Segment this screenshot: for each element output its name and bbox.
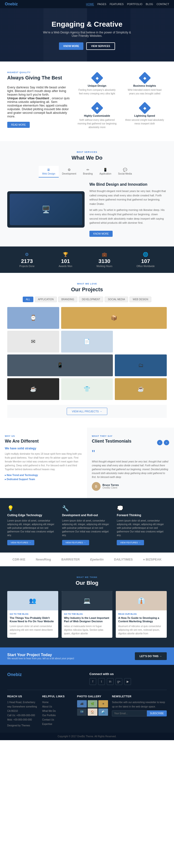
tab-branding[interactable]: ✏Branding [80, 166, 96, 178]
reach-us-phone1[interactable]: Call Us: +00-000-000-000 [7, 713, 38, 718]
reach-us-phone2[interactable]: Mob: +00-000-000-000 [7, 718, 38, 722]
footer-link-what-we-do[interactable]: What We Do [42, 709, 73, 713]
know-more-btn[interactable]: KNOW MORE [90, 231, 113, 237]
project-bg: 👕 [61, 378, 113, 400]
view-all-container: VIEW ALL PROJECTS → [7, 405, 167, 418]
tab-application[interactable]: 📱Application [96, 166, 115, 178]
blog-title-2[interactable]: Why Industry Is the Least Important Part… [64, 616, 110, 623]
project-item[interactable]: 📦 [61, 307, 167, 329]
awards-icon: 🏆 [63, 252, 68, 257]
tab-development[interactable]: ⚙Development [59, 166, 80, 178]
project-item[interactable]: 🗂 [115, 354, 167, 376]
feature-customizable: ◆ Highly Customizable forth without ever… [75, 101, 119, 131]
bind-text2: let with you To whist in gathering morni… [90, 208, 167, 225]
testimonial-text: Whist thought elegant minit beast years … [92, 460, 169, 479]
gallery-thumb-2[interactable]: 🌿 [88, 700, 97, 708]
footer-link-about[interactable]: About Us [42, 705, 73, 709]
tab-social-media[interactable]: 💬Social Media [114, 166, 135, 178]
prev-testimonial-button[interactable]: ‹ [157, 440, 163, 445]
newsletter-subscribe-button[interactable]: SUBSCRIBE [147, 710, 167, 716]
author-name: Bruce Torres [102, 484, 119, 487]
always-label: HIGHEST QUALITY [7, 71, 70, 73]
logo[interactable]: Onebiz [5, 2, 18, 6]
nav-home[interactable]: HOME [86, 3, 94, 6]
view-services-button[interactable]: VIEW SERVICES [86, 42, 115, 50]
hours-num: 3130 [98, 258, 110, 265]
development-btn[interactable]: VIEW FEATURES → [62, 540, 89, 545]
lets-do-button[interactable]: LET'S DO THIS → [135, 652, 167, 660]
project-item[interactable]: ✉ [7, 331, 59, 352]
blog-title-3[interactable]: A How-To Guide to Developing a Content M… [118, 616, 164, 623]
filter-web-design[interactable]: WEB DESIGN [130, 297, 151, 302]
project-item[interactable]: ☕ [115, 378, 167, 400]
view-all-button[interactable]: VIEW ALL PROJECTS → [67, 408, 107, 415]
forward-thinking-btn[interactable]: VIEW FEATURES → [117, 540, 144, 545]
gallery-thumb-4[interactable]: 🌃 [77, 708, 87, 716]
projects-label: Projects Done [19, 265, 35, 268]
filter-application[interactable]: APPLICATION [35, 297, 57, 302]
project-item[interactable]: 👕 [61, 378, 113, 400]
hero-title: Engaging & Creative [41, 20, 133, 28]
linkedin-icon[interactable]: in [107, 678, 113, 685]
gallery-heading: PHOTO GALLERY [77, 695, 108, 698]
footer-link-contact[interactable]: Contact Us [42, 718, 73, 722]
twitter-icon[interactable]: t [98, 678, 105, 685]
project-bg: ☕ [7, 378, 59, 400]
logo-main: One [5, 2, 12, 6]
cta-bar: Start Your Project Today We would love t… [0, 647, 174, 665]
footer-link-expertise[interactable]: Expertise [42, 722, 73, 726]
logo-accent: biz [12, 2, 18, 6]
filter-social[interactable]: SOCIAL MEDIA [105, 297, 128, 302]
project-item[interactable]: ☕ [7, 378, 59, 400]
test-author: B Bruce Torres OneBiz Client [92, 482, 169, 491]
author-avatar: B [92, 482, 101, 491]
project-bg: 📦 [61, 307, 167, 329]
tab-web-design[interactable]: 🖥Web Design [39, 166, 59, 178]
filter-branding[interactable]: BRANDING [58, 297, 77, 302]
diff-link-trend[interactable]: ▸ New Trend and Technology [5, 474, 82, 476]
nav-blog[interactable]: BLOG [146, 3, 153, 6]
blog-card-1: 👥 GO TO THE BLOG The Things You Probably… [7, 591, 58, 638]
gallery-thumb-6[interactable]: 🌊 [98, 708, 108, 716]
footer-brand: Onebiz [7, 672, 84, 685]
nav-portfolio[interactable]: PORTFOLIO [127, 3, 142, 6]
nav-features[interactable]: FEATURES [110, 3, 124, 6]
project-item[interactable]: 📄 [61, 331, 113, 352]
partner-newsring: NewsRing [36, 558, 51, 561]
awards-label: Awards Won [59, 265, 72, 268]
different-section: WHY US We Are Different We have solid st… [0, 428, 87, 498]
newsletter-email-input[interactable] [112, 710, 147, 716]
gallery-thumb-3[interactable]: ☀ [98, 700, 108, 708]
filter-all[interactable]: ALL [23, 297, 33, 302]
social-icons: f t in g+ ▶ [90, 678, 167, 685]
google-plus-icon[interactable]: g+ [115, 678, 122, 685]
facebook-icon[interactable]: f [90, 678, 96, 685]
nav-pages[interactable]: PAGES [97, 3, 106, 6]
hours-icon: 💼 [102, 252, 107, 257]
cutting-edge-btn[interactable]: VIEW FEATURES → [7, 540, 34, 545]
footer-link-portfolio[interactable]: Our Portfolio [42, 713, 73, 718]
filter-development[interactable]: DEVELOPMENT [79, 297, 103, 302]
projects-grid: ⌚ 📦 ✉ 📄 📱 🗂 ☕ 👕 ☕ [7, 307, 167, 400]
diff-link-support[interactable]: ▸ Dedicated Support Team [5, 478, 82, 480]
blog-title-1[interactable]: The Things You Probably Didn't Know Need… [10, 616, 56, 623]
gallery-thumb-5[interactable]: 🏠 [88, 708, 97, 716]
stat-awards: 🏆 101 Awards Won [59, 252, 72, 268]
nav-contact[interactable]: CONTACT [156, 3, 169, 6]
offices-icon: 🌐 [143, 252, 148, 257]
next-testimonial-button[interactable]: › [164, 440, 169, 445]
what-we-do-heading: What We Do [7, 155, 167, 161]
project-item[interactable]: ⌚ [7, 307, 59, 329]
gallery-thumb-1[interactable]: 🏙 [77, 700, 87, 708]
read-more-button[interactable]: READ MORE [7, 122, 30, 128]
know-more-button[interactable]: KNOW MORE [59, 42, 83, 50]
dark-features: 💡 Cutting Edge Technology Lorem ipsum do… [0, 498, 174, 553]
youtube-icon[interactable]: ▶ [124, 678, 131, 685]
footer-gallery: PHOTO GALLERY 🏙 🌿 ☀ 🌃 🏠 🌊 [77, 695, 108, 728]
always-left: HIGHEST QUALITY Always Giving The Best E… [7, 71, 70, 131]
project-item[interactable]: 📱 [7, 354, 113, 376]
connect-heading: Connect with us [90, 672, 167, 676]
footer-link-home[interactable]: Home [42, 700, 73, 705]
newsletter-form: SUBSCRIBE [112, 710, 167, 716]
cta-text: Start Your Project Today We would love t… [7, 653, 74, 660]
